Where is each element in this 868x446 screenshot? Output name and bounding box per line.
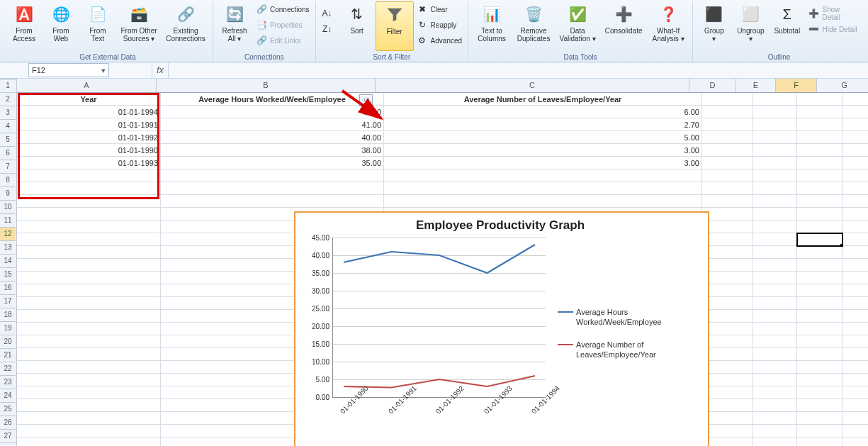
col-header-F[interactable]: F — [776, 79, 817, 92]
row-header-21[interactable]: 21 — [0, 349, 16, 362]
cell-F9[interactable] — [797, 195, 842, 208]
cell-A3[interactable]: 01-01-1991 — [17, 118, 161, 131]
cell-F5[interactable] — [797, 144, 842, 157]
cell-D23[interactable] — [702, 374, 753, 386]
cell-A24[interactable] — [17, 386, 161, 399]
cell-G5[interactable] — [842, 144, 868, 157]
col-header-G[interactable]: G — [817, 79, 868, 92]
cell-G28[interactable] — [842, 437, 868, 446]
row-header-14[interactable]: 14 — [0, 255, 16, 268]
grid[interactable]: YearAverage Hours Worked/Week/EmployeeAv… — [17, 93, 868, 446]
cell-A27[interactable] — [17, 425, 161, 437]
cell-E2[interactable] — [753, 106, 797, 118]
row-header-20[interactable]: 20 — [0, 335, 16, 349]
sort-asc-button[interactable]: A↓ — [319, 6, 339, 21]
row-header-26[interactable]: 26 — [0, 416, 16, 430]
cell-D19[interactable] — [702, 323, 753, 335]
cell-F20[interactable] — [797, 335, 842, 348]
cell-F19[interactable] — [797, 323, 842, 335]
cell-D15[interactable] — [702, 272, 753, 284]
cell-D25[interactable] — [702, 399, 753, 412]
cell-E18[interactable] — [753, 310, 797, 323]
cell-A14[interactable] — [17, 259, 161, 272]
cell-C6[interactable]: 3.00 — [384, 157, 702, 169]
cell-D21[interactable] — [702, 348, 753, 361]
name-box[interactable]: F12 ▾ — [28, 63, 109, 77]
cell-D10[interactable] — [702, 208, 753, 221]
cell-A1[interactable]: Year — [17, 93, 161, 106]
cell-D11[interactable] — [702, 221, 753, 233]
text-to-columns-button[interactable]: 📊 Text to Columns — [471, 1, 512, 50]
cell-E4[interactable] — [753, 131, 797, 144]
cell-G19[interactable] — [842, 323, 868, 335]
cell-E24[interactable] — [753, 386, 797, 399]
cell-A13[interactable] — [17, 246, 161, 259]
cell-D26[interactable] — [702, 412, 753, 425]
existing-connections-button[interactable]: 🔗 Existing Connections — [162, 1, 210, 50]
cell-D12[interactable] — [702, 233, 753, 246]
cell-D17[interactable] — [702, 297, 753, 310]
cell-F7[interactable] — [797, 169, 842, 182]
cell-G1[interactable] — [842, 93, 868, 106]
row-header-23[interactable]: 23 — [0, 376, 16, 389]
cell-G24[interactable] — [842, 386, 868, 399]
cell-G18[interactable] — [842, 310, 868, 323]
cell-F27[interactable] — [797, 425, 842, 437]
cell-E15[interactable] — [753, 272, 797, 284]
cell-E11[interactable] — [753, 221, 797, 233]
cell-E28[interactable] — [753, 437, 797, 446]
chart-container[interactable]: Employee Productivity Graph 0.005.0010.0… — [294, 211, 709, 446]
cell-F21[interactable] — [797, 348, 842, 361]
cell-F24[interactable] — [797, 386, 842, 399]
subtotal-button[interactable]: Σ Subtotal — [769, 1, 805, 50]
cell-A16[interactable] — [17, 284, 161, 297]
cell-A6[interactable]: 01-01-1993 — [17, 157, 161, 169]
cell-F10[interactable] — [797, 208, 842, 221]
cell-F23[interactable] — [797, 374, 842, 386]
cell-D8[interactable] — [702, 182, 753, 195]
cell-D18[interactable] — [702, 310, 753, 323]
cell-B9[interactable] — [161, 195, 384, 208]
row-header-24[interactable]: 24 — [0, 389, 16, 403]
cell-C4[interactable]: 5.00 — [384, 131, 702, 144]
cell-D9[interactable] — [702, 195, 753, 208]
formula-input[interactable] — [169, 64, 868, 77]
cell-D14[interactable] — [702, 259, 753, 272]
cell-A20[interactable] — [17, 335, 161, 348]
cell-F25[interactable] — [797, 399, 842, 412]
cell-E21[interactable] — [753, 348, 797, 361]
cell-E12[interactable] — [753, 233, 797, 246]
name-box-dropdown-icon[interactable]: ▾ — [101, 66, 106, 75]
cell-F1[interactable] — [797, 93, 842, 106]
cell-G25[interactable] — [842, 399, 868, 412]
cell-D4[interactable] — [702, 131, 753, 144]
row-header-3[interactable]: 3 — [0, 106, 16, 120]
row-header-25[interactable]: 25 — [0, 403, 16, 416]
col-header-B[interactable]: B — [157, 79, 376, 92]
cell-G14[interactable] — [842, 259, 868, 272]
cell-F14[interactable] — [797, 259, 842, 272]
cell-D13[interactable] — [702, 246, 753, 259]
cell-G15[interactable] — [842, 272, 868, 284]
cell-C9[interactable] — [384, 195, 702, 208]
cell-G11[interactable] — [842, 221, 868, 233]
row-header-1[interactable]: 1 — [0, 79, 16, 93]
connections-button[interactable]: 🔗Connections — [253, 1, 312, 17]
cell-B8[interactable] — [161, 182, 384, 195]
cell-B2[interactable]: 43.00 — [161, 106, 384, 118]
cell-A10[interactable] — [17, 208, 161, 221]
cell-E19[interactable] — [753, 323, 797, 335]
sort-desc-button[interactable]: Z↓ — [319, 21, 339, 37]
cell-F3[interactable] — [797, 118, 842, 131]
cell-G12[interactable] — [842, 233, 868, 246]
cell-F18[interactable] — [797, 310, 842, 323]
advanced-button[interactable]: ⚙Advanced — [414, 33, 465, 48]
cell-D1[interactable] — [702, 93, 753, 106]
cell-B4[interactable]: 40.00 — [161, 131, 384, 144]
cell-F17[interactable] — [797, 297, 842, 310]
row-header-12[interactable]: 12 — [0, 228, 16, 241]
cell-B3[interactable]: 41.00 — [161, 118, 384, 131]
cell-E6[interactable] — [753, 157, 797, 169]
cell-D16[interactable] — [702, 284, 753, 297]
row-header-19[interactable]: 19 — [0, 322, 16, 335]
